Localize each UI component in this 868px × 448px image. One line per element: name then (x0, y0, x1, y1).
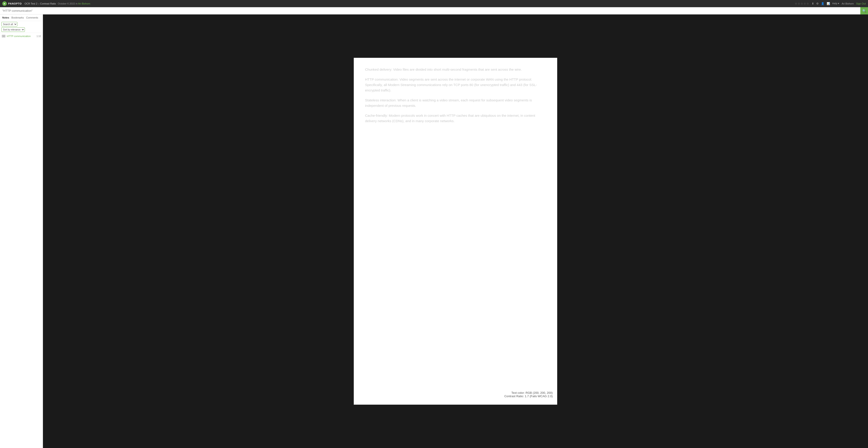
search-button[interactable]: 🔍 (860, 7, 868, 14)
author-link[interactable]: Ari Bixhorn (78, 2, 90, 5)
help-link[interactable]: Help ▾ (832, 2, 839, 5)
black-left-panel (43, 14, 57, 448)
slide-paragraph-1: Chunked delivery: Video files are divide… (365, 67, 546, 72)
contrast-ratio-info: Contrast Ratio: 1.7 (Fails WCAG 2.0) (504, 394, 553, 398)
list-item[interactable]: ▭ HTTP communication 1:10 (0, 34, 43, 38)
star-rating[interactable]: ☆☆☆☆☆ (795, 2, 809, 5)
nav-right: ☆☆☆☆☆ ⬇ ⚙ 👤 📊 Help ▾ Ari Bixhorn Sign Ou… (795, 2, 866, 5)
sort-select[interactable]: Sort by relevance (1, 27, 25, 32)
main-layout: Notes Bookmarks Comments Search all Sort… (0, 14, 868, 448)
analytics-icon[interactable]: 📊 (827, 2, 830, 5)
logo[interactable]: PANOPTO (2, 1, 22, 6)
sidebar-results: ▭ HTTP communication 1:10 (0, 33, 43, 448)
download-icon[interactable]: ⬇ (812, 2, 814, 5)
sidebar-item-comments[interactable]: Comments (26, 16, 38, 20)
sidebar-item-notes[interactable]: Notes (2, 16, 9, 20)
sign-out-link[interactable]: Sign Out (856, 2, 866, 5)
logo-text: PANOPTO (8, 2, 22, 5)
date-label: October 6 2015 in (58, 2, 78, 5)
slide-paragraph-2: HTTP communication: Video segments are s… (365, 77, 546, 93)
result-time: 1:10 (37, 35, 41, 37)
page-title: OCR Test 2 – Contrast Ratio (24, 2, 56, 5)
search-all-select[interactable]: Search all (1, 22, 18, 26)
search-bar: 🔍 (0, 7, 868, 14)
sidebar-filters: Search all Sort by relevance (0, 21, 43, 33)
panopto-logo-icon (2, 1, 7, 6)
slide-paragraph-4: Cache-friendly: Modern protocols work in… (365, 113, 546, 124)
slide-paragraph-3: Stateless interaction: When a client is … (365, 98, 546, 108)
slide-thumbnail-icon: ▭ (2, 35, 5, 37)
text-color-info: Text color: RGB (200, 200, 200) (504, 391, 553, 394)
result-title: HTTP communication (7, 35, 35, 37)
search-input[interactable] (0, 7, 860, 14)
users-icon[interactable]: 👤 (821, 2, 825, 5)
sidebar-nav: Notes Bookmarks Comments (0, 14, 43, 21)
ocr-overlay: Text color: RGB (200, 200, 200) Contrast… (504, 391, 553, 398)
video-area: Chunked delivery: Video files are divide… (43, 14, 868, 448)
sidebar: Notes Bookmarks Comments Search all Sort… (0, 14, 43, 448)
date-author: October 6 2015 in Ari Bixhorn (58, 2, 90, 5)
slide: Chunked delivery: Video files are divide… (354, 58, 557, 405)
navbar: PANOPTO OCR Test 2 – Contrast Ratio Octo… (0, 0, 868, 7)
settings-icon[interactable]: ⚙ (816, 2, 819, 5)
slide-container: Chunked delivery: Video files are divide… (57, 14, 855, 448)
username-label: Ari Bixhorn (842, 2, 854, 5)
slide-text: Chunked delivery: Video files are divide… (365, 67, 546, 128)
video-content: Chunked delivery: Video files are divide… (43, 14, 868, 448)
sidebar-item-bookmarks[interactable]: Bookmarks (11, 16, 24, 20)
black-right-panel (855, 14, 868, 448)
